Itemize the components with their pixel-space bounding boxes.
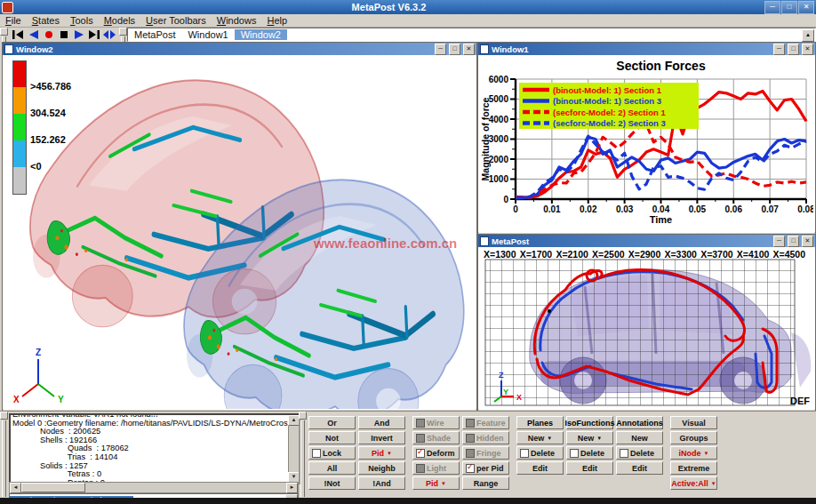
button-label: Shade	[427, 434, 451, 443]
all-button[interactable]: All	[308, 461, 356, 475]
edit-button[interactable]: Edit	[516, 461, 564, 475]
app-minimize-button[interactable]: ─	[764, 1, 780, 14]
or-button[interactable]: Or	[308, 416, 356, 429]
neighb-button[interactable]: Neighb	[358, 461, 405, 475]
checkbox-icon[interactable]	[312, 449, 321, 458]
checkbox-icon[interactable]	[466, 464, 475, 473]
svg-text:(binout-Model: 1) Section 3: (binout-Model: 1) Section 3	[553, 96, 661, 106]
window1-minimize-button[interactable]: ─	[773, 44, 785, 55]
checkbox-icon[interactable]	[620, 449, 628, 458]
previous-state-button[interactable]	[27, 28, 40, 41]
annotations-button[interactable]: Annotations	[616, 416, 663, 429]
and-button[interactable]: And	[358, 416, 405, 429]
app-titlebar[interactable]: MetaPost V6.3.2 ─ □ ✕	[0, 0, 816, 14]
button-label: Delete	[580, 449, 604, 458]
chevron-down-icon: ▼	[596, 436, 602, 441]
section-forces-chart[interactable]: 00.010.020.030.040.050.060.070.080100020…	[478, 55, 815, 232]
tabbar-grip[interactable]	[119, 28, 127, 42]
checkbox-icon[interactable]	[570, 449, 579, 458]
window1-titlebar[interactable]: Window1 ─ □ ✕	[478, 43, 815, 55]
stop-button[interactable]	[57, 28, 70, 41]
invert-button[interactable]: Invert	[358, 431, 405, 444]
edit-button[interactable]: Edit	[616, 461, 663, 475]
app-maximize-button[interactable]: □	[781, 1, 797, 14]
visual-button[interactable]: Visual	[670, 416, 717, 429]
side-view-viewport[interactable]: Z X Y X=1300X=1700X=2100X=2500X=2900X=33…	[478, 247, 815, 409]
menu-item-user-toolbars[interactable]: User Toolbars	[140, 15, 212, 26]
pid-button[interactable]: Pid▼	[358, 446, 405, 460]
console-grip[interactable]	[0, 412, 8, 497]
console-vscrollbar[interactable]: ▲ ▼	[288, 415, 299, 483]
window1-maximize-button[interactable]: □	[788, 44, 799, 55]
window2-minimize-button[interactable]: ─	[435, 44, 446, 55]
window2: Window2 ─ □ ✕	[2, 42, 477, 412]
active-all-button[interactable]: Active:All▼	[670, 476, 717, 490]
delete-button[interactable]: Delete	[566, 446, 613, 460]
button-label: Pid	[426, 479, 438, 488]
metapost-close-button[interactable]: ✕	[802, 236, 813, 247]
metapost-maximize-button[interactable]: □	[788, 236, 799, 247]
not-button[interactable]: Not	[308, 431, 356, 444]
metapost-window-titlebar[interactable]: MetaPost ─ □ ✕	[478, 235, 815, 247]
bounce-button[interactable]	[102, 28, 116, 41]
inode-button[interactable]: iNode▼	[670, 446, 717, 460]
message-console[interactable]: Environment Variable VAR1 not found!!! M…	[9, 413, 300, 484]
per-pid-button[interactable]: per Pid	[462, 461, 509, 475]
-and-button[interactable]: !And	[358, 476, 405, 490]
menu-item-windows[interactable]: Windows	[212, 15, 262, 26]
section-x-labels: X=1300X=1700X=2100X=2500X=2900X=3300X=37…	[484, 249, 805, 260]
scroll-left-icon[interactable]: ◄	[10, 483, 21, 493]
menu-item-help[interactable]: Help	[261, 15, 292, 26]
planes-button[interactable]: Planes	[516, 416, 564, 429]
extreme-button[interactable]: Extreme	[670, 461, 717, 475]
console-hscrollbar[interactable]: ◄ ►	[9, 482, 299, 493]
record-button[interactable]	[42, 28, 55, 41]
checkbox-icon[interactable]	[520, 449, 529, 458]
new-button[interactable]: New▼	[566, 431, 613, 444]
window2-maximize-button[interactable]: □	[449, 44, 460, 55]
wire-button: Wire	[412, 416, 460, 429]
menu-item-states[interactable]: States	[27, 15, 65, 26]
car-models-3d-render: Z X Y	[3, 55, 475, 409]
edit-button[interactable]: Edit	[566, 461, 613, 475]
menu-item-tools[interactable]: Tools	[65, 15, 99, 26]
button-label: Edit	[632, 464, 647, 473]
button-label: New	[528, 434, 545, 443]
window1-close-button[interactable]: ✕	[802, 44, 813, 55]
new-button[interactable]: New	[616, 431, 663, 444]
tab-scroll-button[interactable]: ▲	[802, 29, 814, 42]
metapost-minimize-button[interactable]: ─	[773, 236, 785, 247]
tab-window1[interactable]: Window1	[181, 29, 234, 40]
viewport-3d[interactable]: Z X Y >456.786304.524152.262<0 www.feaon…	[3, 55, 476, 409]
tab-window2[interactable]: Window2	[235, 29, 287, 40]
play-button[interactable]	[72, 28, 85, 41]
new-button[interactable]: New▼	[516, 431, 564, 444]
lock-button[interactable]: Lock	[308, 446, 356, 460]
animation-toolbar	[8, 28, 119, 42]
menu-item-models[interactable]: Models	[99, 15, 140, 26]
hscroll-thumb[interactable]	[21, 483, 85, 492]
pid-button[interactable]: Pid▼	[412, 476, 460, 490]
checkbox-icon[interactable]	[416, 449, 425, 458]
app-close-button[interactable]: ✕	[798, 1, 814, 14]
svg-text:Z: Z	[36, 348, 41, 357]
metapost-window-title: MetaPost	[492, 236, 771, 246]
first-state-button[interactable]	[12, 28, 25, 41]
range-button[interactable]: Range	[462, 476, 509, 490]
-not-button[interactable]: !Not	[308, 476, 356, 490]
delete-button[interactable]: Delete	[616, 446, 663, 460]
scroll-right-icon[interactable]: ►	[286, 483, 298, 493]
groups-button[interactable]: Groups	[670, 431, 717, 444]
tab-metapost[interactable]: MetaPost	[128, 29, 181, 40]
toolbar-grip[interactable]	[0, 28, 8, 42]
deform-button[interactable]: Deform	[412, 446, 460, 460]
last-state-button[interactable]	[87, 28, 100, 41]
menu-item-file[interactable]: File	[0, 15, 27, 26]
window2-titlebar[interactable]: Window2 ─ □ ✕	[3, 43, 476, 55]
bottom-border	[0, 498, 816, 504]
delete-button[interactable]: Delete	[516, 446, 564, 460]
window2-close-button[interactable]: ✕	[463, 44, 475, 55]
control-panel: OrNotLockAll!NotAndInvertPid▼Neighb!AndW…	[306, 413, 814, 498]
isofunctions-button[interactable]: IsoFunctions	[566, 416, 613, 429]
app-title: MetaPost V6.3.2	[13, 2, 764, 12]
